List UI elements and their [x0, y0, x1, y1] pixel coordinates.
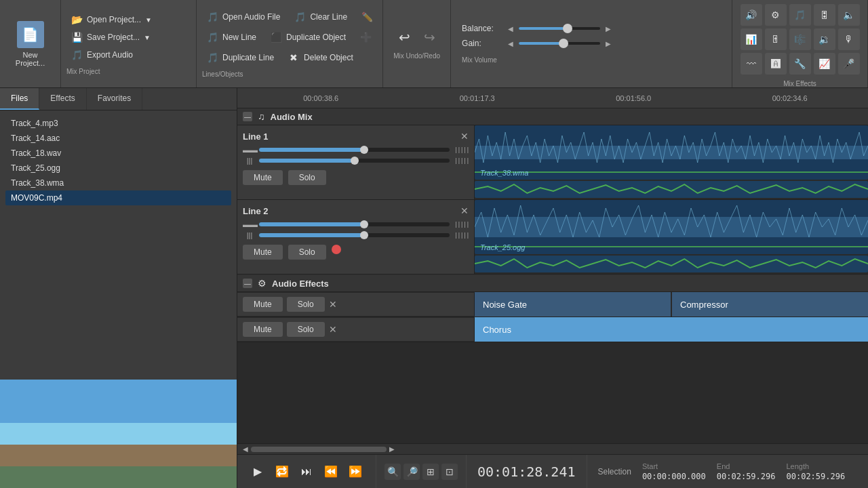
ruler-time-3: 00:01:56.0	[555, 94, 712, 102]
effect-icon-13[interactable]: 🔧	[789, 53, 811, 75]
tab-effects[interactable]: Effects	[39, 88, 86, 110]
effect-icon-4[interactable]: 🎛	[814, 4, 835, 26]
new-line-button[interactable]: 🎵 New Line	[202, 30, 260, 45]
zoom-fit-button[interactable]: ⊞	[422, 464, 439, 480]
gain-slider[interactable]	[519, 42, 600, 45]
save-project-button[interactable]: 💾 Save Project... ▼	[66, 30, 155, 45]
effect-1-solo-button[interactable]: Solo	[287, 297, 325, 312]
zoom-select-button[interactable]: ⊡	[441, 464, 458, 480]
effect-icon-3[interactable]: 🎵	[789, 4, 811, 26]
line-1-volume-slider[interactable]	[259, 148, 450, 152]
effect-icon-7[interactable]: 🎚	[765, 28, 787, 50]
effect-icon-14[interactable]: 📈	[814, 53, 835, 75]
line-2-volume-slider[interactable]	[259, 222, 450, 226]
effect-icon-1[interactable]: 🔊	[741, 4, 762, 26]
duplicate-object-button[interactable]: ⬛ Duplicate Object	[266, 30, 350, 45]
effect-icon-11[interactable]: 〰	[741, 53, 762, 75]
end-value: 00:02:59.296	[717, 472, 776, 481]
vol-tick-3[interactable]: |	[461, 146, 462, 153]
line-2-mute-button[interactable]: Mute	[243, 245, 283, 260]
list-item-selected[interactable]: MOV09C.mp4	[5, 190, 231, 205]
waveform-block-1b[interactable]	[475, 181, 868, 198]
open-project-button[interactable]: 📂 Open Project... ▼	[66, 12, 156, 27]
balance-slider[interactable]	[519, 27, 600, 30]
chorus-chip[interactable]: Chorus	[475, 317, 868, 342]
compressor-chip[interactable]: Compressor	[672, 292, 868, 317]
new-project-label[interactable]: NewProject...	[16, 51, 45, 67]
scroll-left-arrow[interactable]: ◀	[240, 445, 251, 453]
new-project-icon[interactable]: 📄	[17, 21, 44, 48]
waveform-block-2[interactable]: Track_25.ogg	[475, 200, 868, 254]
vol-tick-5[interactable]: |	[467, 146, 469, 153]
line-2-solo-button[interactable]: Solo	[288, 245, 326, 260]
duplicate-line-button[interactable]: 🎵 Duplicate Line	[202, 50, 278, 65]
main-area: Files Effects Favorites Track_4.mp3 Trac…	[0, 88, 868, 488]
loop-button[interactable]: 🔁	[273, 462, 292, 481]
vol-tick-1[interactable]: |	[455, 146, 456, 153]
effect-icon-15[interactable]: 🎤	[838, 53, 860, 75]
audio-mix-header: — ♫ Audio Mix	[237, 108, 868, 125]
effect-icon-12[interactable]: 🅰	[765, 53, 787, 75]
effect-icon-2[interactable]: ⚙	[765, 4, 787, 26]
undo-button[interactable]: ↩	[395, 28, 414, 47]
line-1-mute-button[interactable]: Mute	[243, 170, 283, 185]
skip-end-button[interactable]: ⏭	[297, 462, 316, 481]
balance-left-arrow[interactable]: ◀	[508, 25, 513, 33]
gain-left-arrow[interactable]: ◀	[508, 40, 513, 47]
effect-1-close[interactable]: ✕	[329, 299, 337, 310]
waveform-block-1[interactable]: Track_38.wma	[475, 125, 868, 180]
gain-right-arrow[interactable]: ▶	[606, 40, 611, 47]
line-2-waveform[interactable]: Track_25.ogg	[475, 200, 868, 274]
clear-line-button[interactable]: 🎵 Clear Line	[290, 9, 351, 24]
effect-2-close[interactable]: ✕	[329, 324, 337, 335]
delete-object-button[interactable]: ✖ Delete Object	[283, 50, 357, 65]
effect-icon-5[interactable]: 🔈	[838, 4, 860, 26]
effect-icon-8[interactable]: 🎼	[789, 28, 811, 50]
effect-2-mute-button[interactable]: Mute	[243, 322, 283, 337]
tab-favorites[interactable]: Favorites	[87, 88, 142, 110]
collapse-audio-effects[interactable]: —	[243, 279, 252, 288]
list-item[interactable]: Track_14.aac	[5, 131, 231, 146]
vol-tick-4[interactable]: |	[464, 146, 465, 153]
vol-tick-2[interactable]: |	[458, 146, 460, 153]
horizontal-scrollbar[interactable]: ◀ ▶	[237, 443, 868, 454]
effect-2-solo-button[interactable]: Solo	[287, 322, 325, 337]
disabled-btn2: ➕	[355, 30, 376, 45]
list-item[interactable]: Track_4.mp3	[5, 116, 231, 131]
waveform-block-2b[interactable]	[475, 256, 868, 272]
rewind-button[interactable]: ⏪	[321, 462, 340, 481]
export-audio-button[interactable]: 🎵 Export Audio	[66, 47, 137, 62]
fast-forward-button[interactable]: ⏩	[346, 462, 365, 481]
lines-objects-section: 🎵 Open Audio File 🎵 Clear Line ✏️ 🎵 New …	[197, 0, 383, 87]
list-item[interactable]: Track_18.wav	[5, 146, 231, 161]
zoom-out-button[interactable]: 🔎	[403, 464, 420, 480]
line-1-controls: Line 1 ✕ ▬▬ | | | |	[237, 125, 475, 199]
list-item[interactable]: Track_25.ogg	[5, 161, 231, 176]
record-dot[interactable]	[332, 245, 341, 254]
noise-gate-chip[interactable]: Noise Gate	[475, 292, 671, 317]
tracks-area[interactable]: — ♫ Audio Mix Line 1 ✕ ▬▬	[237, 108, 868, 443]
list-item[interactable]: Track_38.wma	[5, 176, 231, 190]
collapse-audio-mix[interactable]: —	[243, 112, 252, 121]
open-audio-file-button[interactable]: 🎵 Open Audio File	[202, 9, 284, 24]
start-header: Start	[642, 462, 658, 470]
redo-button[interactable]: ↪	[420, 28, 439, 47]
line-1-waveform[interactable]: Track_38.wma	[475, 125, 868, 199]
tab-files[interactable]: Files	[0, 88, 39, 110]
line-1-close[interactable]: ✕	[460, 131, 469, 142]
line-2-close[interactable]: ✕	[460, 205, 469, 216]
v2-tick-5: |	[467, 221, 469, 228]
line-1-solo-button[interactable]: Solo	[288, 170, 326, 185]
scroll-right-arrow[interactable]: ▶	[387, 445, 397, 453]
zoom-in-button[interactable]: 🔍	[384, 464, 401, 480]
line-2-pan-slider[interactable]	[259, 233, 450, 237]
play-button[interactable]: ▶	[248, 462, 267, 481]
effect-icon-6[interactable]: 📊	[741, 28, 762, 50]
line-1-pan-slider[interactable]	[259, 159, 450, 163]
scroll-thumb[interactable]	[251, 447, 387, 452]
selection-length-group: Length 00:02:59.296	[787, 462, 846, 481]
effect-icon-9[interactable]: 🔉	[814, 28, 835, 50]
effect-1-mute-button[interactable]: Mute	[243, 297, 283, 312]
effect-icon-10[interactable]: 🎙	[838, 28, 860, 50]
balance-right-arrow[interactable]: ▶	[606, 25, 611, 33]
